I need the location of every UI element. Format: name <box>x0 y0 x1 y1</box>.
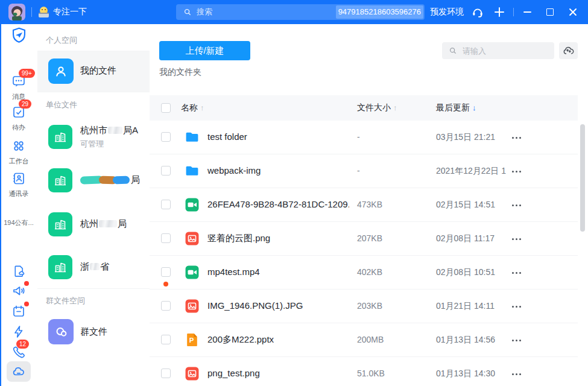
file-name[interactable]: png_test.png <box>207 368 260 378</box>
nav-rail: 99+ 消息 29 待办 工作台 <box>0 24 38 386</box>
sidebar-item-cloud-drive-active[interactable] <box>7 361 31 382</box>
file-name[interactable]: 200多M222.pptx <box>207 334 274 346</box>
row-checkbox[interactable] <box>161 267 171 277</box>
add-button[interactable] <box>491 4 508 21</box>
column-header-size[interactable]: 文件大小↑ <box>357 103 397 113</box>
phone-badge: 12 <box>16 340 29 349</box>
table-row[interactable]: png_test.png 51.0KB 01月13日 14:30 <box>150 357 578 386</box>
notification-dot <box>24 281 29 286</box>
sidebar-item-messages[interactable]: 99+ 消息 <box>0 74 37 101</box>
app-window: 专注一下 搜索 9479185218603596276 预发环境 <box>0 0 588 386</box>
file-updated: 02月08日 11:17 <box>436 233 495 244</box>
table-row[interactable]: 26FEA478-9B28-4B72-81DC-1209... 473KB 02… <box>150 188 578 222</box>
folder-icon <box>185 130 200 145</box>
table-row[interactable]: mp4test.mp4 402KB 02月08日 10:51 <box>150 256 578 290</box>
search-placeholder: 搜索 <box>197 7 336 17</box>
scrollbar-thumb[interactable] <box>580 124 585 232</box>
file-size: 402KB <box>357 267 382 277</box>
sidebar-item-flash[interactable] <box>0 324 37 341</box>
more-actions-button[interactable] <box>512 235 528 242</box>
global-search-input[interactable]: 搜索 9479185218603596276 <box>176 4 425 20</box>
row-checkbox[interactable] <box>161 200 171 209</box>
org-shortcut-label[interactable]: 194公有... <box>0 218 37 227</box>
file-size: 473KB <box>357 200 382 209</box>
row-checkbox[interactable] <box>161 132 171 142</box>
cloud-doc-icon <box>12 264 26 278</box>
more-actions-button[interactable] <box>512 337 528 344</box>
file-size: 51.0KB <box>357 369 385 378</box>
table-row[interactable]: 竖着的云图.png 207KB 02月08日 11:17 <box>150 222 578 256</box>
file-name[interactable]: 26FEA478-9B28-4B72-81DC-1209... <box>207 199 349 209</box>
video-file-icon <box>185 265 200 280</box>
row-checkbox[interactable] <box>161 166 171 176</box>
shield-logo-icon <box>11 27 27 43</box>
sidebar-item-my-files-active[interactable]: 我的文件 <box>37 51 150 92</box>
sidebar-item-cloud-doc[interactable] <box>0 264 37 280</box>
column-header-name[interactable]: 名称↑ <box>181 103 204 113</box>
transfer-list-button[interactable] <box>559 42 578 59</box>
headset-button[interactable] <box>469 4 486 21</box>
minimize-icon <box>523 11 531 13</box>
table-row[interactable]: P 200多M222.pptx 200MB 01月13日 14:56 <box>150 323 578 357</box>
maximize-button[interactable] <box>542 4 558 21</box>
file-size: 200MB <box>357 335 384 344</box>
column-header-updated[interactable]: 最后更新↓ <box>436 103 476 113</box>
sidebar-item-calendar[interactable] <box>0 304 37 321</box>
megaphone-icon <box>11 283 26 298</box>
more-actions-button[interactable] <box>512 168 528 175</box>
more-actions-button[interactable] <box>512 269 528 276</box>
filter-search-input[interactable] <box>461 46 554 56</box>
breadcrumb[interactable]: 我的文件夹 <box>159 67 201 78</box>
search-icon <box>183 8 192 16</box>
file-name[interactable]: test folder <box>207 131 247 142</box>
title-bar: 专注一下 搜索 9479185218603596276 预发环境 <box>0 0 588 25</box>
table-row[interactable]: IMG_1946.PNG(1).JPG 203KB 01月21日 14:11 <box>150 290 578 323</box>
sidebar-item-todo[interactable]: 29 待办 <box>0 105 37 132</box>
more-actions-button[interactable] <box>512 201 528 209</box>
sidebar-item-announcement[interactable] <box>0 283 37 300</box>
file-name[interactable]: mp4test.mp4 <box>207 267 260 277</box>
avatar[interactable] <box>8 4 25 21</box>
messages-badge: 99+ <box>19 69 35 78</box>
filter-search-box[interactable] <box>442 42 554 59</box>
group-files-icon <box>48 319 74 344</box>
search-value-highlight[interactable]: 9479185218603596276 <box>336 5 423 19</box>
row-checkbox[interactable] <box>161 369 171 378</box>
minimize-button[interactable] <box>519 4 536 21</box>
svg-text:P: P <box>189 337 194 344</box>
close-button[interactable] <box>564 4 581 21</box>
sidebar-item-workbench[interactable]: 工作台 <box>0 139 37 166</box>
row-checkbox[interactable] <box>161 233 171 243</box>
upload-new-button[interactable]: 上传/新建 <box>159 41 250 60</box>
select-all-checkbox[interactable] <box>161 103 171 113</box>
image-file-icon <box>185 231 200 246</box>
row-checkbox[interactable] <box>161 335 171 344</box>
file-name[interactable]: 竖着的云图.png <box>207 233 270 244</box>
file-name[interactable]: webpack-img <box>207 165 261 176</box>
table-row[interactable]: webpack-img - 2021年12月22日 1 <box>150 154 578 188</box>
image-file-icon <box>185 366 200 381</box>
file-name[interactable]: IMG_1946.PNG(1).JPG <box>207 300 303 311</box>
row-checkbox[interactable] <box>161 301 171 311</box>
sidebar-item-label: 群文件 <box>80 326 107 338</box>
sidebar-item-contacts[interactable]: 通讯录 <box>0 171 37 198</box>
sidebar-item-phone[interactable]: 12 <box>0 345 37 362</box>
more-actions-button[interactable] <box>512 134 528 141</box>
org-building-icon <box>48 255 72 279</box>
app-logo[interactable] <box>0 27 37 46</box>
upload-status-dot <box>163 282 168 286</box>
env-badge[interactable]: 预发环境 <box>430 7 464 17</box>
folder-icon <box>185 163 200 179</box>
sort-asc-icon: ↑ <box>393 103 397 112</box>
redaction-smudge <box>90 263 100 270</box>
table-row[interactable]: test folder - 03月15日 21:21 <box>150 121 578 154</box>
more-actions-button[interactable] <box>512 370 528 378</box>
org-name-part: 浙 <box>80 261 89 271</box>
sidebar-item-label: 我的文件 <box>80 65 116 77</box>
table-header: 名称↑ 文件大小↑ 最后更新↓ <box>150 95 578 121</box>
more-actions-button[interactable] <box>512 303 528 310</box>
divider <box>37 92 150 92</box>
org-name-part: 杭州市 <box>80 125 107 135</box>
file-updated: 03月15日 21:21 <box>436 132 495 143</box>
redaction-smudge <box>108 127 122 134</box>
